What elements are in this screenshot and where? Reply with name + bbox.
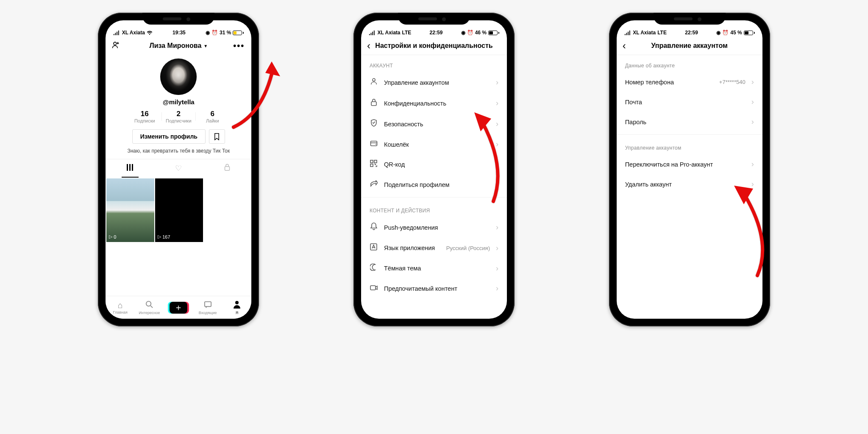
svg-rect-11 bbox=[370, 141, 377, 146]
wallet-icon bbox=[370, 140, 378, 149]
shield-icon bbox=[370, 119, 378, 129]
tab-label: Входящие bbox=[199, 311, 217, 315]
battery-pct: 31 % bbox=[220, 30, 231, 36]
section-account-title: АККАУНТ bbox=[361, 55, 507, 72]
row-value: Русский (Россия) bbox=[446, 245, 490, 251]
signal-icon bbox=[113, 31, 120, 35]
svg-point-7 bbox=[235, 301, 239, 304]
dnd-icon: ◉ bbox=[716, 30, 721, 36]
svg-rect-10 bbox=[371, 102, 376, 106]
page-title: Настройки и конфиденциальность bbox=[375, 42, 492, 50]
tab-home[interactable]: ⌂ Главная bbox=[106, 296, 135, 319]
search-icon bbox=[145, 300, 153, 310]
row-email[interactable]: Почта › bbox=[617, 92, 762, 112]
page-title: Управление аккаунтом bbox=[651, 42, 727, 50]
network-label: LTE bbox=[402, 30, 412, 36]
svg-rect-14 bbox=[370, 164, 373, 167]
chevron-right-icon: › bbox=[751, 97, 754, 106]
home-icon: ⌂ bbox=[118, 301, 123, 309]
row-password[interactable]: Пароль › bbox=[617, 112, 762, 132]
svg-rect-12 bbox=[370, 160, 373, 163]
status-time: 22:59 bbox=[685, 30, 698, 36]
tab-discover[interactable]: Интересное bbox=[135, 296, 164, 319]
bottom-tabbar: ⌂ Главная Интересное ＋ Входящие bbox=[106, 296, 251, 319]
tab-grid[interactable] bbox=[106, 159, 154, 178]
signal-icon bbox=[624, 31, 632, 35]
video-thumb-empty bbox=[204, 178, 251, 242]
svg-point-5 bbox=[146, 301, 151, 306]
tab-label: Я bbox=[236, 311, 239, 315]
tab-upload[interactable]: ＋ bbox=[164, 296, 193, 319]
row-label: Пароль bbox=[625, 119, 746, 125]
language-icon bbox=[370, 243, 378, 253]
play-count: ▷ 167 bbox=[158, 234, 170, 239]
edit-profile-button[interactable]: Изменить профиль bbox=[132, 129, 206, 144]
section-account-data: Данные об аккаунте bbox=[617, 55, 762, 72]
avatar[interactable] bbox=[160, 58, 197, 95]
stat-label: Подписки bbox=[128, 118, 161, 123]
row-label: Предпочитаемый контент bbox=[384, 285, 490, 292]
svg-marker-18 bbox=[734, 186, 753, 204]
qr-icon bbox=[370, 160, 378, 169]
back-button[interactable]: ‹ bbox=[623, 41, 626, 51]
camera-icon bbox=[370, 284, 378, 293]
video-thumb[interactable]: ▷ 0 bbox=[106, 178, 154, 242]
row-push[interactable]: Push-уведомления › bbox=[361, 217, 507, 238]
row-dark-theme[interactable]: Тёмная тема › bbox=[361, 258, 507, 278]
battery-pct: 45 % bbox=[730, 30, 742, 36]
battery-icon bbox=[744, 31, 755, 35]
tab-liked[interactable]: ♡ bbox=[154, 159, 203, 178]
bookmark-button[interactable] bbox=[209, 129, 225, 144]
row-label: Переключиться на Pro-аккаунт bbox=[625, 161, 746, 168]
tab-inbox[interactable]: Входящие bbox=[193, 296, 223, 319]
svg-rect-13 bbox=[374, 160, 377, 163]
video-grid: ▷ 0 ▷ 167 bbox=[106, 178, 251, 242]
inbox-icon bbox=[204, 300, 212, 310]
carrier-label: XL Axiata bbox=[122, 30, 145, 36]
profile-content-tabs: ♡ bbox=[106, 159, 251, 178]
page-header: ‹ Настройки и конфиденциальность bbox=[361, 36, 507, 55]
row-manage-account[interactable]: Управление аккаунтом › bbox=[361, 72, 507, 93]
row-phone-number[interactable]: Номер телефона +7*****540 › bbox=[617, 72, 762, 92]
more-menu-button[interactable]: ••• bbox=[233, 41, 245, 51]
section-manage-account: Управление аккаунтом bbox=[617, 137, 762, 154]
svg-rect-2 bbox=[129, 164, 131, 171]
video-thumb[interactable]: ▷ 167 bbox=[155, 178, 203, 242]
svg-rect-6 bbox=[205, 301, 211, 306]
user-icon bbox=[370, 78, 378, 87]
chevron-right-icon: › bbox=[751, 78, 754, 86]
profile-name-dropdown[interactable]: Лиза Миронова ▼ bbox=[149, 42, 208, 50]
stat-followers[interactable]: 2 Подписчики bbox=[161, 110, 195, 123]
row-label: Номер телефона bbox=[625, 79, 713, 86]
battery-icon bbox=[488, 31, 499, 35]
phone-notch bbox=[398, 13, 470, 25]
add-user-icon[interactable] bbox=[111, 41, 120, 51]
battery-icon bbox=[233, 31, 244, 35]
upload-plus-icon: ＋ bbox=[170, 302, 187, 314]
tab-me[interactable]: Я bbox=[223, 296, 252, 319]
page-header: ‹ Управление аккаунтом bbox=[617, 36, 762, 55]
row-content-pref[interactable]: Предпочитаемый контент › bbox=[361, 278, 507, 298]
tab-label: Интересное bbox=[139, 311, 160, 315]
dnd-icon: ◉ bbox=[206, 30, 210, 36]
chevron-right-icon: › bbox=[751, 117, 754, 126]
play-count: ▷ 0 bbox=[109, 234, 116, 239]
chevron-right-icon: › bbox=[496, 284, 498, 293]
svg-marker-17 bbox=[474, 112, 491, 131]
annotation-arrow bbox=[698, 170, 783, 280]
carrier-label: XL Axiata bbox=[633, 30, 656, 36]
row-language[interactable]: Язык приложения Русский (Россия) › bbox=[361, 238, 507, 258]
share-icon bbox=[370, 180, 378, 189]
stat-following[interactable]: 16 Подписки bbox=[128, 110, 161, 123]
svg-rect-4 bbox=[225, 167, 230, 170]
chevron-right-icon: › bbox=[496, 78, 498, 87]
profile-name-label: Лиза Миронова bbox=[149, 42, 201, 50]
stat-label: Подписчики bbox=[161, 118, 195, 123]
bell-icon bbox=[370, 223, 378, 232]
svg-rect-16 bbox=[370, 286, 376, 290]
back-button[interactable]: ‹ bbox=[367, 41, 370, 51]
alarm-icon: ⏰ bbox=[722, 30, 729, 36]
tab-private[interactable] bbox=[203, 159, 252, 178]
wifi-icon bbox=[147, 31, 153, 35]
moon-icon bbox=[370, 264, 378, 273]
